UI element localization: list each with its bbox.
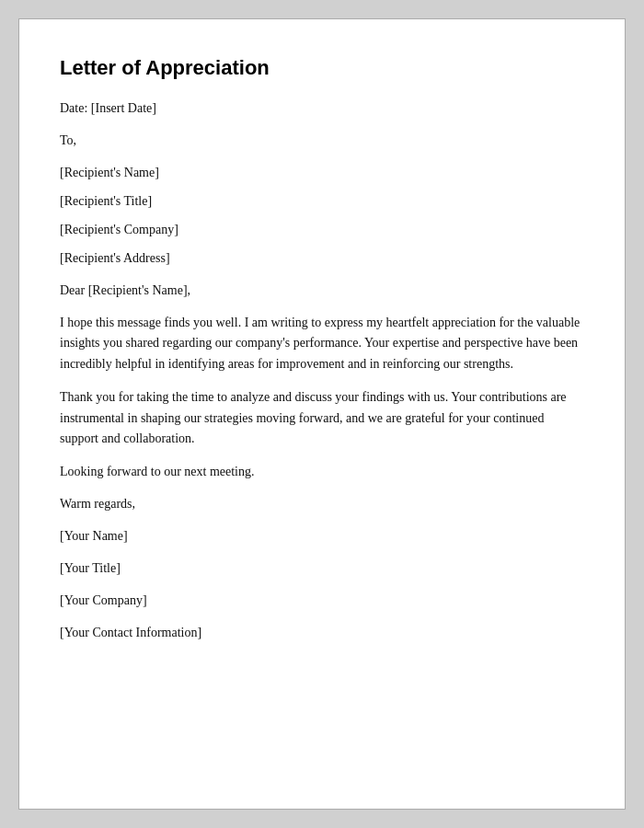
- your-company: [Your Company]: [60, 591, 584, 610]
- paragraph-1: I hope this message finds you well. I am…: [60, 313, 584, 374]
- warm-regards: Warm regards,: [60, 494, 584, 513]
- letter-title: Letter of Appreciation: [60, 56, 584, 80]
- recipient-company: [Recipient's Company]: [60, 220, 584, 239]
- your-contact: [Your Contact Information]: [60, 623, 584, 642]
- paragraph-2: Thank you for taking the time to analyze…: [60, 387, 584, 449]
- letter-document: Letter of Appreciation Date: [Insert Dat…: [18, 18, 626, 810]
- salutation: Dear [Recipient's Name],: [60, 281, 584, 300]
- recipient-name: [Recipient's Name]: [60, 163, 584, 182]
- to-line: To,: [60, 131, 584, 150]
- recipient-address: [Recipient's Address]: [60, 248, 584, 268]
- date-line: Date: [Insert Date]: [60, 98, 584, 118]
- recipient-title: [Recipient's Title]: [60, 191, 584, 211]
- closing-line: Looking forward to our next meeting.: [60, 462, 584, 481]
- your-name: [Your Name]: [60, 526, 584, 546]
- your-title: [Your Title]: [60, 558, 584, 578]
